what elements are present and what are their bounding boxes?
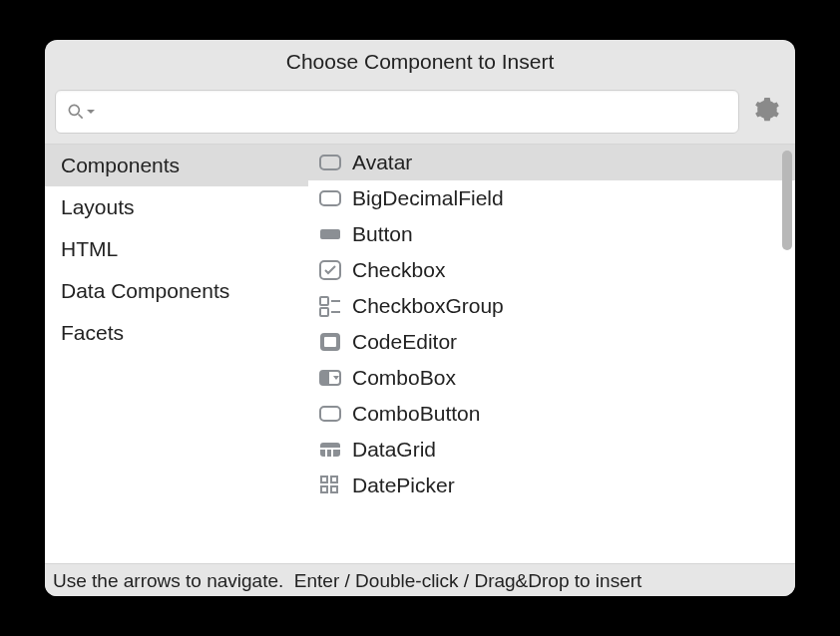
component-label: CodeEditor xyxy=(352,330,457,354)
svg-line-1 xyxy=(79,115,83,119)
component-item[interactable]: BigDecimalField xyxy=(308,180,795,216)
component-label: ComboButton xyxy=(352,402,480,426)
category-item[interactable]: Components xyxy=(45,145,308,186)
dialog-window: Choose Component to Insert ComponentsLay… xyxy=(45,40,795,596)
svg-rect-4 xyxy=(320,229,340,239)
svg-rect-7 xyxy=(320,308,328,316)
svg-point-0 xyxy=(69,105,79,115)
scrollbar-thumb[interactable] xyxy=(782,151,792,250)
field-icon xyxy=(318,186,342,210)
svg-rect-20 xyxy=(331,477,337,482)
svg-rect-14 xyxy=(320,407,340,421)
component-item[interactable]: Button xyxy=(308,216,795,252)
content-area: ComponentsLayoutsHTMLData ComponentsFace… xyxy=(45,144,795,563)
category-item[interactable]: Data Components xyxy=(45,270,308,312)
component-item[interactable]: DataGrid xyxy=(308,432,795,468)
svg-rect-19 xyxy=(321,477,327,482)
component-item[interactable]: Avatar xyxy=(308,145,795,180)
category-list: ComponentsLayoutsHTMLData ComponentsFace… xyxy=(45,145,308,563)
component-label: DataGrid xyxy=(352,438,436,462)
search-input[interactable] xyxy=(104,101,728,124)
component-label: BigDecimalField xyxy=(352,186,504,210)
component-label: Checkbox xyxy=(352,258,445,282)
settings-button[interactable] xyxy=(749,94,785,130)
svg-rect-3 xyxy=(320,191,340,205)
svg-rect-6 xyxy=(320,297,328,305)
gear-icon xyxy=(754,97,780,128)
datagrid-icon xyxy=(318,438,342,462)
checkbox-icon xyxy=(318,258,342,282)
search-icon xyxy=(66,102,96,122)
component-label: Button xyxy=(352,222,413,246)
svg-rect-2 xyxy=(320,156,340,169)
component-label: DatePicker xyxy=(352,474,455,497)
component-label: CheckboxGroup xyxy=(352,294,504,318)
avatar-icon xyxy=(318,151,342,174)
category-item[interactable]: Layouts xyxy=(45,186,308,228)
button-icon xyxy=(318,222,342,246)
component-item[interactable]: CodeEditor xyxy=(308,324,795,360)
component-item[interactable]: ComboButton xyxy=(308,396,795,432)
component-item[interactable]: Checkbox xyxy=(308,252,795,288)
codeeditor-icon xyxy=(318,330,342,354)
dialog-title: Choose Component to Insert xyxy=(45,40,795,84)
checkboxgroup-icon xyxy=(318,294,342,318)
component-label: ComboBox xyxy=(352,366,456,390)
search-row xyxy=(45,84,795,144)
combobox-icon xyxy=(318,366,342,390)
datepicker-icon xyxy=(318,474,342,497)
svg-rect-21 xyxy=(321,486,327,492)
svg-rect-11 xyxy=(324,337,336,347)
component-item[interactable]: ComboBox xyxy=(308,360,795,396)
svg-rect-22 xyxy=(331,486,337,492)
svg-rect-13 xyxy=(321,372,329,384)
field-icon xyxy=(318,402,342,426)
component-label: Avatar xyxy=(352,151,412,174)
component-item[interactable]: CheckboxGroup xyxy=(308,288,795,324)
component-list: AvatarBigDecimalFieldButtonCheckboxCheck… xyxy=(308,145,795,563)
category-item[interactable]: HTML xyxy=(45,228,308,270)
component-item[interactable]: DatePicker xyxy=(308,468,795,503)
footer-hint: Use the arrows to navigate. Enter / Doub… xyxy=(45,563,795,596)
category-item[interactable]: Facets xyxy=(45,312,308,354)
search-box[interactable] xyxy=(55,90,739,134)
